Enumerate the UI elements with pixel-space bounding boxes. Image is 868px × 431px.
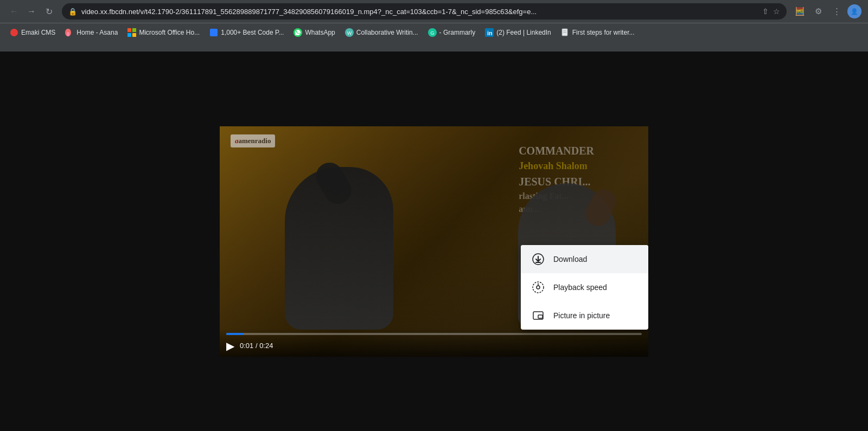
bookmark-item-whatsapp[interactable]: WhatsApp <box>289 27 339 38</box>
more-button[interactable]: ⋮ <box>829 4 844 19</box>
svg-rect-2 <box>127 33 131 37</box>
avatar[interactable]: 👤 <box>847 4 861 18</box>
progress-bar-fill <box>226 333 244 335</box>
svg-text:W: W <box>347 30 352 36</box>
emaki-favicon <box>10 28 18 37</box>
bookmark-item-bestcode[interactable]: 1,000+ Best Code P... <box>205 27 288 38</box>
linkedin-label: (2) Feed | LinkedIn <box>496 29 551 36</box>
context-menu-item-playback-speed[interactable]: Playback speed <box>521 273 648 301</box>
bookmark-item-linkedin[interactable]: in (2) Feed | LinkedIn <box>481 27 556 38</box>
download-label: Download <box>553 255 587 263</box>
asana-favicon <box>65 28 74 37</box>
bookmark-item-grammarly[interactable]: G - Grammarly <box>424 27 480 38</box>
context-menu-item-pip[interactable]: Picture in picture <box>521 301 648 330</box>
forward-button[interactable]: → <box>24 4 39 19</box>
url-text: video.xx.fbcdn.net/v/t42.1790-2/36111789… <box>81 8 758 16</box>
svg-text:G: G <box>430 30 434 36</box>
pip-icon <box>532 309 545 322</box>
svg-rect-3 <box>132 33 136 37</box>
firststeps-favicon <box>561 28 570 37</box>
bestcode-label: 1,000+ Best Code P... <box>221 29 284 36</box>
back-button[interactable]: ← <box>7 4 22 19</box>
svg-point-18 <box>537 286 540 289</box>
grammarly-favicon: G <box>428 28 437 37</box>
bookmark-item-msoffice[interactable]: Microsoft Office Ho... <box>123 27 204 38</box>
bestcode-favicon <box>209 28 218 37</box>
context-menu: Download Playback speed <box>521 245 648 330</box>
collaborative-favicon: W <box>345 28 354 37</box>
time-display: 0:01 / 0:24 <box>240 342 273 350</box>
emaki-label: Emaki CMS <box>21 29 55 36</box>
profile-button[interactable]: ⚙ <box>810 4 826 19</box>
linkedin-favicon: in <box>485 28 494 37</box>
browser-chrome: ← → ↻ 🔒 video.xx.fbcdn.net/v/t42.1790-2/… <box>0 0 868 52</box>
svg-rect-1 <box>132 28 136 32</box>
toolbar-icons: 🧮 ⚙ ⋮ 👤 <box>792 4 861 19</box>
download-icon <box>532 253 545 266</box>
svg-rect-0 <box>127 28 131 32</box>
bookmark-star-icon[interactable]: ☆ <box>773 7 780 16</box>
main-content: aamenradio COMMANDER Jehovah Shalom JESU… <box>0 52 868 431</box>
share-icon[interactable]: ⇧ <box>762 7 769 16</box>
nav-buttons: ← → ↻ <box>7 4 56 19</box>
msoffice-label: Microsoft Office Ho... <box>139 29 200 36</box>
whatsapp-favicon <box>293 28 302 37</box>
context-menu-item-download[interactable]: Download <box>521 245 648 273</box>
firststeps-label: First steps for writer... <box>572 29 635 36</box>
lock-icon: 🔒 <box>68 8 77 16</box>
playback-speed-label: Playback speed <box>553 283 607 292</box>
bookmark-item-emaki-cms[interactable]: Emaki CMS <box>5 27 60 38</box>
address-bar[interactable]: 🔒 video.xx.fbcdn.net/v/t42.1790-2/361117… <box>62 3 787 20</box>
bookmark-item-collaborative[interactable]: W Collaborative Writin... <box>341 27 423 38</box>
controls-row: ▶ 0:01 / 0:24 <box>226 339 642 352</box>
msoffice-favicon <box>127 28 136 37</box>
svg-text:in: in <box>487 30 493 36</box>
asana-label: Home - Asana <box>76 29 118 36</box>
video-controls: ▶ 0:01 / 0:24 <box>220 329 648 357</box>
bookmark-item-asana[interactable]: Home - Asana <box>61 27 122 38</box>
collaborative-label: Collaborative Writin... <box>356 29 418 36</box>
playback-speed-icon <box>532 281 545 294</box>
pip-label: Picture in picture <box>553 311 610 320</box>
whatsapp-label: WhatsApp <box>305 29 335 36</box>
bookmarks-bar: Emaki CMS Home - Asana Microsoft Office … <box>0 23 868 41</box>
extensions-button[interactable]: 🧮 <box>792 4 807 19</box>
play-button[interactable]: ▶ <box>226 339 234 352</box>
svg-rect-21 <box>538 315 542 318</box>
top-bar: ← → ↻ 🔒 video.xx.fbcdn.net/v/t42.1790-2/… <box>0 0 868 23</box>
video-container: aamenradio COMMANDER Jehovah Shalom JESU… <box>220 126 648 357</box>
video-frame[interactable]: aamenradio COMMANDER Jehovah Shalom JESU… <box>220 126 648 357</box>
grammarly-label: - Grammarly <box>439 29 476 36</box>
progress-bar-container[interactable] <box>226 333 642 335</box>
bookmark-item-firststeps[interactable]: First steps for writer... <box>557 27 639 38</box>
refresh-button[interactable]: ↻ <box>41 4 56 19</box>
